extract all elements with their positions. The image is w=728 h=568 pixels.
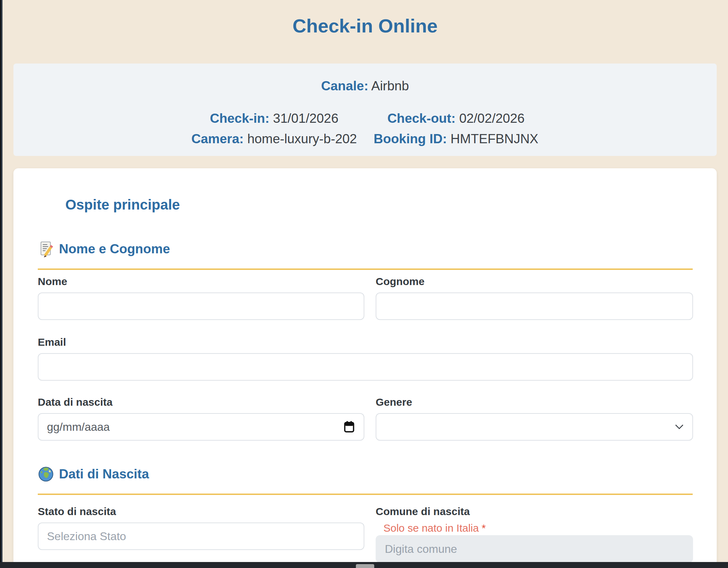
- gender-field: Genere: [376, 396, 693, 441]
- birthdate-label: Data di nascita: [38, 396, 364, 408]
- birthdate-input[interactable]: [38, 413, 364, 441]
- camera-value: home-luxury-b-202: [247, 132, 357, 146]
- channel-value: Airbnb: [371, 79, 409, 93]
- cognome-field: Cognome: [376, 276, 693, 320]
- checkout-label: Check-out:: [387, 111, 455, 126]
- email-field: Email: [38, 336, 693, 381]
- section-header-birth: Dati di Nascita: [38, 466, 693, 495]
- memo-icon: [38, 241, 54, 257]
- birth-gender-row: Data di nascita Genere: [38, 396, 693, 441]
- birthdate-field: Data di nascita: [38, 396, 364, 441]
- page-title: Check-in Online: [13, 15, 717, 37]
- channel-label: Canale:: [321, 79, 369, 93]
- checkin-line: Check-in: 31/01/2026: [183, 111, 365, 126]
- gender-label: Genere: [376, 396, 693, 408]
- required-asterisk: *: [482, 522, 486, 534]
- checkin-label: Check-in:: [210, 111, 269, 126]
- email-label: Email: [38, 336, 693, 348]
- birth-country-label: Stato di nascita: [38, 506, 364, 518]
- booking-id-value: HMTEFBNJNX: [450, 132, 538, 146]
- calendar-icon[interactable]: [343, 421, 355, 433]
- camera-line: Camera: home-luxury-b-202: [183, 131, 365, 147]
- section-header-name: Nome e Cognome: [38, 241, 693, 270]
- window-left-edge: [0, 0, 2, 568]
- birth-town-label: Comune di nascita: [376, 506, 693, 518]
- booking-id-line: Booking ID: HMTEFBNJNX: [365, 131, 547, 147]
- birth-place-row: Stato di nascita Comune di nascita Solo …: [38, 506, 693, 563]
- checkout-value: 02/02/2026: [459, 111, 525, 126]
- bottom-bar: [0, 562, 728, 568]
- section-title-birth: Dati di Nascita: [59, 466, 149, 482]
- name-row: Nome Cognome: [38, 276, 693, 320]
- nome-label: Nome: [38, 276, 364, 288]
- checkout-line: Check-out: 02/02/2026: [365, 111, 547, 126]
- email-row: Email: [38, 336, 693, 381]
- birth-town-field: Comune di nascita Solo se nato in Italia…: [376, 506, 693, 563]
- section-title-name: Nome e Cognome: [59, 241, 170, 257]
- channel-line: Canale: Airbnb: [13, 78, 717, 94]
- email-input[interactable]: [38, 353, 693, 381]
- booking-id-label: Booking ID:: [374, 132, 447, 146]
- birth-country-field: Stato di nascita: [38, 506, 364, 563]
- nome-input[interactable]: [38, 292, 364, 320]
- cognome-input[interactable]: [376, 292, 693, 320]
- nome-field: Nome: [38, 276, 364, 320]
- camera-label: Camera:: [191, 132, 244, 146]
- checkin-value: 31/01/2026: [273, 111, 338, 126]
- globe-icon: [38, 466, 54, 482]
- genere-select[interactable]: [376, 413, 693, 441]
- birth-country-input[interactable]: [38, 522, 364, 550]
- main-guest-card: Ospite principale Nome e Cognome Nome Co…: [13, 168, 717, 568]
- birth-town-hint: Solo se nato in Italia*: [383, 522, 693, 534]
- booking-details-grid: Check-in: 31/01/2026 Check-out: 02/02/20…: [183, 111, 547, 147]
- birth-town-input[interactable]: [376, 535, 693, 563]
- guest-card-title: Ospite principale: [65, 197, 693, 213]
- checkin-page: Check-in Online Canale: Airbnb Check-in:…: [13, 0, 717, 568]
- horizontal-scrollbar-thumb[interactable]: [356, 564, 374, 568]
- window-left-edge-slate: [1, 0, 2, 568]
- cognome-label: Cognome: [376, 276, 693, 288]
- booking-summary-box: Canale: Airbnb Check-in: 31/01/2026 Chec…: [13, 64, 717, 156]
